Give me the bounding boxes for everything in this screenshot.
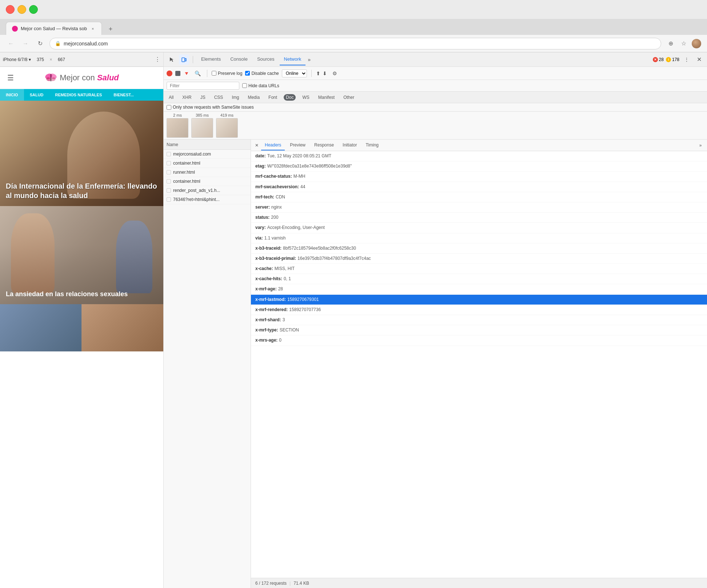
error-count-text: 28 xyxy=(659,57,664,62)
header-entry-10: x-b3-traceid-primal:16e3975db37f4b47807d… xyxy=(251,254,707,264)
filter-img[interactable]: Img xyxy=(229,94,241,101)
url-text: mejorconsalud.com xyxy=(64,41,108,47)
hide-data-urls-label[interactable]: Hide data URLs xyxy=(242,83,279,88)
forward-button[interactable]: → xyxy=(20,39,31,49)
nav-item-remedios[interactable]: REMEDIOS NATURALES xyxy=(49,89,108,101)
record-button[interactable] xyxy=(167,71,172,76)
filmstrip-item-2[interactable]: 419 ms xyxy=(216,113,238,138)
nav-item-bienestar[interactable]: BIENEST... xyxy=(108,89,140,101)
stop-button[interactable] xyxy=(175,71,180,76)
devtools-close-button[interactable]: ✕ xyxy=(694,55,704,65)
filter-js[interactable]: JS xyxy=(198,94,208,101)
devtools-more-button[interactable]: ⋮ xyxy=(682,55,692,65)
tab-console[interactable]: Console xyxy=(226,53,252,65)
bookmark-button[interactable]: ☆ xyxy=(679,39,689,49)
filmstrip-time-0: 2 ms xyxy=(173,113,182,117)
filter-doc[interactable]: Doc xyxy=(284,94,296,101)
response-tab[interactable]: Response xyxy=(311,140,337,150)
file-checkbox-2[interactable] xyxy=(167,170,171,174)
more-tabs-button[interactable]: » xyxy=(306,55,312,64)
more-options-button[interactable]: ⋮ xyxy=(155,56,160,63)
preserve-log-checkbox[interactable] xyxy=(212,71,216,76)
file-checkbox-1[interactable] xyxy=(167,161,171,165)
disable-cache-label[interactable]: Disable cache xyxy=(245,71,279,76)
new-tab-button[interactable]: + xyxy=(105,23,116,35)
file-item-0[interactable]: mejorconsalud.com xyxy=(164,150,251,159)
minimize-traffic-light[interactable] xyxy=(17,5,26,14)
download-icon[interactable]: ⬇ xyxy=(323,71,327,76)
file-item-3[interactable]: container.html xyxy=(164,177,251,186)
tab-network[interactable]: Network xyxy=(280,53,306,65)
filter-manifest[interactable]: Manifest xyxy=(316,94,337,101)
network-settings-button[interactable]: ⚙ xyxy=(330,68,340,78)
logo-text: Mejor con Salud xyxy=(60,73,119,82)
headers-tab[interactable]: Headers xyxy=(261,140,285,150)
dimension-separator: × xyxy=(49,57,52,62)
nav-item-inicio[interactable]: INICIO xyxy=(0,89,24,101)
preview-tab[interactable]: Preview xyxy=(286,140,309,150)
file-checkbox-3[interactable] xyxy=(167,179,171,184)
same-site-checkbox[interactable] xyxy=(167,105,171,110)
nav-right: ⊕ ☆ xyxy=(666,39,701,49)
header-key-6: status: xyxy=(255,214,269,221)
hide-data-urls-checkbox[interactable] xyxy=(242,83,247,88)
device-selector[interactable]: iPhone 6/7/8 ▾ xyxy=(3,57,31,62)
reload-button[interactable]: ↻ xyxy=(35,39,45,49)
account-button[interactable]: ⊕ xyxy=(666,39,676,49)
filter-font[interactable]: Font xyxy=(266,94,279,101)
clear-button[interactable]: 🔻 xyxy=(183,71,189,76)
tab-close-button[interactable]: × xyxy=(90,26,96,32)
filmstrip-item-0[interactable]: 2 ms xyxy=(167,113,188,138)
lock-icon: 🔒 xyxy=(55,41,61,46)
maximize-traffic-light[interactable] xyxy=(29,5,38,14)
filter-all[interactable]: All xyxy=(167,94,176,101)
header-val-1: W/"0328fdec0a31e8e743e86ff508e1e39d8" xyxy=(267,163,352,170)
file-item-5[interactable]: 76346?ret=html&phint... xyxy=(164,195,251,204)
address-bar[interactable]: 🔒 mejorconsalud.com xyxy=(49,38,661,49)
controls-separator xyxy=(207,70,207,77)
tab-sources[interactable]: Sources xyxy=(253,53,279,65)
device-emulation-button[interactable] xyxy=(179,55,189,65)
close-traffic-light[interactable] xyxy=(6,5,15,14)
width-input[interactable] xyxy=(34,57,47,62)
file-item-4[interactable]: render_post_ads_v1.h... xyxy=(164,186,251,195)
preserve-log-label[interactable]: Preserve log xyxy=(212,71,242,76)
hamburger-menu[interactable]: ☰ xyxy=(7,73,14,82)
initiator-tab[interactable]: Initiator xyxy=(339,140,360,150)
file-checkbox-4[interactable] xyxy=(167,188,171,193)
header-entry-15: x-mrf-rendered:1589270707736 xyxy=(251,305,707,315)
headers-more-button[interactable]: » xyxy=(697,142,704,149)
disable-cache-checkbox[interactable] xyxy=(245,71,250,76)
filter-css[interactable]: CSS xyxy=(212,94,225,101)
filter-ws[interactable]: WS xyxy=(300,94,311,101)
header-entry-16: x-mrf-shard:3 xyxy=(251,315,707,325)
filter-other[interactable]: Other xyxy=(341,94,356,101)
browser-tab[interactable]: Mejor con Salud — Revista sob × xyxy=(6,22,102,35)
filter-input[interactable] xyxy=(167,82,239,90)
height-input[interactable] xyxy=(55,57,68,62)
file-checkbox-0[interactable] xyxy=(167,152,171,156)
header-entry-17: x-mrf-type:SECTION xyxy=(251,325,707,335)
devtools-main-tabs: Elements Console Sources Network » xyxy=(197,53,651,65)
tab-elements[interactable]: Elements xyxy=(197,53,225,65)
status-bar: 6 / 172 requests | 71.4 KB xyxy=(251,578,707,588)
upload-icon[interactable]: ⬆ xyxy=(316,71,320,76)
inspector-tool-button[interactable] xyxy=(167,55,177,65)
search-button[interactable]: 🔍 xyxy=(192,68,203,78)
close-panel-button[interactable]: ✕ xyxy=(254,142,260,148)
network-split-panel: Name mejorconsalud.com container.html ru… xyxy=(164,140,707,588)
file-checkbox-5[interactable] xyxy=(167,197,171,202)
header-val-15: 1589270707736 xyxy=(289,306,321,313)
timing-tab[interactable]: Timing xyxy=(362,140,382,150)
back-button[interactable]: ← xyxy=(6,39,16,49)
file-item-1[interactable]: container.html xyxy=(164,159,251,168)
throttle-select[interactable]: Online xyxy=(282,69,307,77)
error-count: ✕ 28 xyxy=(653,57,664,62)
profile-button[interactable] xyxy=(692,39,701,48)
nav-item-salud[interactable]: SALUD xyxy=(24,89,49,101)
filmstrip-item-1[interactable]: 385 ms xyxy=(191,113,213,138)
filter-xhr[interactable]: XHR xyxy=(180,94,193,101)
filter-media[interactable]: Media xyxy=(245,94,262,101)
file-item-2[interactable]: runner.html xyxy=(164,168,251,177)
headers-section: ✕ Headers Preview Response Initiator Tim… xyxy=(251,140,707,588)
